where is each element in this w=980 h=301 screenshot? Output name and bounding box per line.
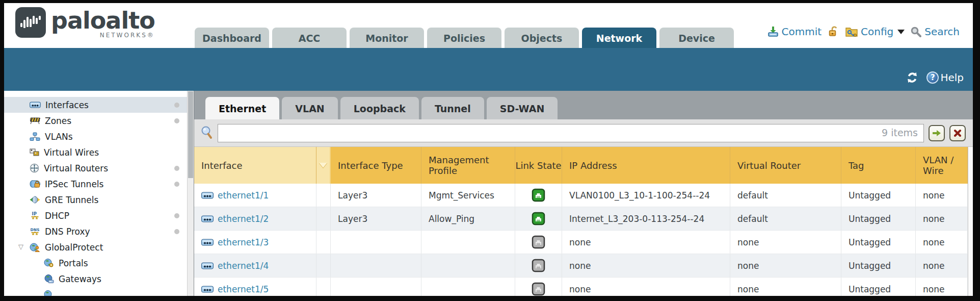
- sidebar-item-zones[interactable]: Zones: [4, 113, 194, 129]
- tab-dashboard[interactable]: Dashboard: [195, 28, 269, 48]
- cell-ip-address: none: [562, 231, 730, 254]
- interface-subtabs: Ethernet VLAN Loopback Tunnel SD-WAN: [194, 91, 973, 119]
- help-label: Help: [940, 71, 964, 84]
- zones-icon: [30, 117, 40, 124]
- sidebar-item-dhcp[interactable]: IP DHCP: [4, 208, 194, 223]
- interface-link[interactable]: ethernet1/1: [218, 190, 269, 200]
- cell-interface-type: [331, 231, 421, 254]
- tab-acc[interactable]: ACC: [272, 28, 347, 48]
- globalprotect-icon: [30, 243, 40, 252]
- interface-link[interactable]: ethernet1/5: [218, 284, 269, 294]
- cell-vlan-wire: none: [916, 207, 968, 230]
- sidebar-scrollbar[interactable]: [187, 91, 194, 296]
- utility-bar: Commit Config Search: [767, 26, 960, 38]
- interface-icon: [201, 215, 214, 222]
- lock-icon[interactable]: [827, 26, 839, 38]
- table-row: ethernet1/1 Layer3 Mgmt_Services VLAN010…: [194, 184, 968, 207]
- col-header-interface-type[interactable]: Interface Type: [331, 147, 421, 184]
- commit-button[interactable]: Commit: [767, 26, 822, 38]
- cell-management-profile: Mgmt_Services: [421, 184, 515, 207]
- sidebar-item-gre-tunnels[interactable]: GRE Tunnels: [4, 192, 194, 208]
- tab-network[interactable]: Network: [582, 28, 656, 48]
- expander-icon[interactable]: ▽: [18, 243, 23, 250]
- cell-vlan-wire: none: [916, 184, 968, 207]
- tab-policies[interactable]: Policies: [427, 28, 501, 48]
- content-pane: Ethernet VLAN Loopback Tunnel SD-WAN 9 i…: [194, 91, 973, 296]
- sidebar-item-label: Virtual Routers: [44, 163, 108, 173]
- col-header-vlan-wire[interactable]: VLAN / Wire: [916, 147, 968, 184]
- status-dot: [174, 213, 179, 218]
- clear-filter-button[interactable]: [949, 125, 966, 141]
- status-dot: [174, 118, 179, 123]
- col-header-tag[interactable]: Tag: [841, 147, 916, 184]
- scrollbar-thumb[interactable]: [188, 91, 193, 178]
- subtab-loopback[interactable]: Loopback: [340, 97, 419, 119]
- subtab-sdwan[interactable]: SD-WAN: [487, 97, 558, 119]
- network-sidebar: Interfaces Zones VLANs Virtual Wires: [4, 91, 194, 296]
- sidebar-item-globalprotect[interactable]: ▽ GlobalProtect: [4, 239, 194, 255]
- items-count: 9 items: [882, 127, 918, 138]
- search-button[interactable]: Search: [910, 26, 960, 38]
- config-button[interactable]: Config: [845, 26, 905, 38]
- interface-link[interactable]: ethernet1/3: [218, 237, 269, 247]
- cell-interface-type: [331, 254, 421, 277]
- interface-icon: [201, 286, 214, 293]
- sidebar-item-label: GRE Tunnels: [45, 195, 98, 205]
- filter-bar: 9 items: [194, 119, 973, 147]
- commit-icon: [767, 26, 779, 38]
- col-header-interface[interactable]: Interface: [194, 147, 316, 184]
- col-header-virtual-router[interactable]: Virtual Router: [730, 147, 841, 184]
- col-header-ip-address[interactable]: IP Address: [562, 147, 730, 184]
- interface-icon: [201, 262, 214, 269]
- sort-caret-icon: [319, 163, 327, 168]
- sidebar-item-label: Interfaces: [45, 100, 89, 110]
- filter-input[interactable]: [218, 124, 924, 142]
- cell-ip-address: none: [562, 278, 730, 296]
- subtab-ethernet[interactable]: Ethernet: [205, 97, 279, 119]
- apply-filter-button[interactable]: [929, 125, 945, 141]
- cell-virtual-router: default: [730, 184, 841, 207]
- sidebar-item-ipsec-tunnels[interactable]: IPSec Tunnels: [4, 176, 194, 192]
- sidebar-item-partial[interactable]: [4, 287, 194, 296]
- tab-monitor[interactable]: Monitor: [350, 28, 424, 48]
- table-scrollbar[interactable]: [968, 147, 973, 296]
- cell-ip-address: VLAN0100_L3_10-1-100-254--24: [562, 184, 730, 207]
- sidebar-item-label: GlobalProtect: [45, 242, 103, 253]
- virtual-wires-icon: [30, 148, 39, 156]
- config-label: Config: [861, 26, 893, 38]
- interface-icon: [201, 192, 214, 199]
- filter-magnifier-icon: [200, 126, 213, 140]
- refresh-icon[interactable]: [905, 70, 919, 85]
- sidebar-item-dns-proxy[interactable]: DNS DNS Proxy: [4, 223, 194, 239]
- interface-link[interactable]: ethernet1/4: [218, 261, 269, 271]
- sidebar-item-label: DHCP: [45, 211, 69, 221]
- sidebar-item-interfaces[interactable]: Interfaces: [4, 97, 194, 113]
- paloalto-logo-icon: [15, 7, 46, 38]
- cell-tag: Untagged: [841, 278, 916, 296]
- tab-device[interactable]: Device: [659, 28, 734, 48]
- tab-objects[interactable]: Objects: [505, 28, 579, 48]
- col-header-link-state[interactable]: Link State: [515, 147, 562, 184]
- sidebar-item-vlans[interactable]: VLANs: [4, 129, 194, 144]
- interface-link[interactable]: ethernet1/2: [218, 214, 269, 224]
- status-dot: [174, 103, 179, 108]
- subtab-tunnel[interactable]: Tunnel: [421, 97, 484, 119]
- cell-management-profile: [421, 278, 515, 296]
- gre-tunnels-icon: [30, 196, 40, 204]
- cell-virtual-router: none: [730, 231, 841, 254]
- sidebar-item-gateways[interactable]: Gateways: [4, 271, 194, 287]
- sidebar-item-virtual-wires[interactable]: Virtual Wires: [4, 144, 194, 160]
- col-header-management-profile[interactable]: Management Profile: [421, 147, 515, 184]
- svg-text:IP: IP: [32, 211, 37, 216]
- help-button[interactable]: Help: [926, 71, 964, 84]
- sidebar-item-label: Virtual Wires: [44, 147, 99, 158]
- link-state-icon: [532, 188, 545, 202]
- cell-management-profile: [421, 254, 515, 277]
- cell-virtual-router: default: [730, 207, 841, 230]
- config-caret-icon: [897, 30, 905, 34]
- column-menu-button[interactable]: [316, 147, 331, 184]
- sidebar-item-virtual-routers[interactable]: Virtual Routers: [4, 160, 194, 176]
- sidebar-item-portals[interactable]: Portals: [4, 255, 194, 271]
- subtab-vlan[interactable]: VLAN: [282, 97, 337, 119]
- interfaces-icon: [30, 102, 41, 108]
